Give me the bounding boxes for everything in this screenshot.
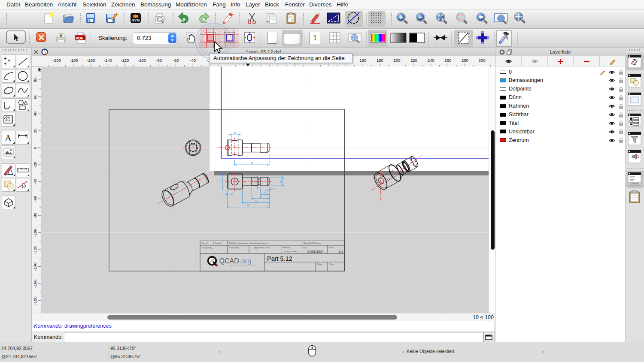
svg-text:ø10: ø10: [279, 179, 282, 183]
svg-text:.org: .org: [240, 257, 252, 265]
svg-text:ø8: ø8: [234, 132, 236, 134]
svg-text:240: 240: [428, 58, 434, 63]
svg-text:-180: -180: [33, 296, 37, 305]
svg-text:-140: -140: [33, 262, 37, 271]
svg-text:-20: -20: [33, 162, 37, 168]
svg-text:QCAD: QCAD: [219, 257, 239, 265]
svg-text:Title/Name, destination, mater: Title/Name, destination, material, dimen…: [229, 242, 268, 244]
svg-text:61: 61: [251, 162, 253, 164]
svg-text:+: +: [266, 20, 268, 24]
svg-text:+: +: [4, 56, 6, 61]
svg-text:> command: > command: [630, 182, 639, 184]
svg-text:-120: -120: [121, 58, 129, 63]
svg-text:A: A: [5, 133, 12, 143]
svg-text:-80: -80: [33, 213, 37, 219]
svg-text:-180: -180: [70, 58, 78, 63]
svg-text:Designed by: Designed by: [202, 247, 213, 249]
svg-text:300: 300: [479, 58, 486, 63]
svg-text:40: 40: [33, 112, 37, 116]
svg-text:-160: -160: [87, 58, 95, 63]
svg-text:Approved by - date: Approved by - date: [254, 247, 270, 249]
svg-text:-140: -140: [104, 58, 112, 63]
svg-text:ø8: ø8: [254, 180, 257, 183]
svg-text:280: 280: [462, 58, 468, 63]
svg-text:Sheet: Sheet: [330, 263, 335, 265]
svg-text:220: 220: [410, 58, 417, 63]
svg-text:part_05.12.dxf: part_05.12.dxf: [285, 250, 297, 253]
svg-text:Checked by: Checked by: [229, 247, 240, 249]
svg-text:-80: -80: [156, 58, 162, 63]
svg-text:PDF: PDF: [76, 36, 84, 40]
svg-text:+: +: [8, 58, 10, 63]
svg-text:-100: -100: [33, 229, 37, 237]
svg-text:160: 160: [359, 58, 366, 63]
svg-text:10: 10: [219, 180, 222, 183]
svg-text:260: 260: [444, 58, 451, 63]
svg-text:180: 180: [377, 58, 383, 63]
svg-text:SVG: SVG: [131, 18, 140, 22]
svg-text:Item ref: Item ref: [202, 242, 208, 244]
svg-text:-60: -60: [33, 196, 37, 202]
svg-text:1:1: 1:1: [339, 250, 343, 253]
svg-text:0: 0: [33, 147, 37, 149]
svg-text:+: +: [247, 18, 249, 22]
svg-text:1x45°: 1x45°: [228, 193, 234, 196]
svg-text:1x45°: 1x45°: [270, 187, 275, 190]
svg-text:Open Source CAD: Open Source CAD: [229, 264, 255, 267]
svg-text:+: +: [4, 61, 6, 66]
svg-text:60: 60: [33, 94, 37, 99]
svg-text:01/01/2024: 01/01/2024: [307, 250, 324, 253]
svg-text:Part 5.12: Part 5.12: [267, 255, 292, 262]
svg-text:Edition: Edition: [317, 263, 323, 265]
svg-text:200: 200: [394, 58, 401, 63]
svg-text:-40: -40: [33, 179, 37, 185]
svg-text:50: 50: [247, 204, 250, 206]
svg-text:Article No./Reference: Article No./Reference: [304, 242, 321, 244]
svg-text:-200: -200: [53, 58, 61, 63]
svg-text:80: 80: [33, 78, 37, 82]
svg-text:32: 32: [255, 199, 257, 202]
svg-text:20: 20: [33, 129, 37, 133]
svg-text:-120: -120: [33, 246, 37, 254]
svg-text:-100: -100: [138, 58, 146, 63]
svg-text:Date: Date: [304, 247, 308, 249]
svg-text:-160: -160: [33, 280, 37, 288]
svg-text:11: 11: [264, 191, 266, 194]
svg-text:Scale: Scale: [329, 247, 334, 249]
svg-text:-40: -40: [190, 58, 196, 63]
svg-text:21: 21: [259, 196, 262, 198]
svg-text:Filename: Filename: [283, 247, 291, 249]
svg-text:-60: -60: [173, 58, 179, 63]
svg-text:Quantity: Quantity: [215, 242, 222, 244]
